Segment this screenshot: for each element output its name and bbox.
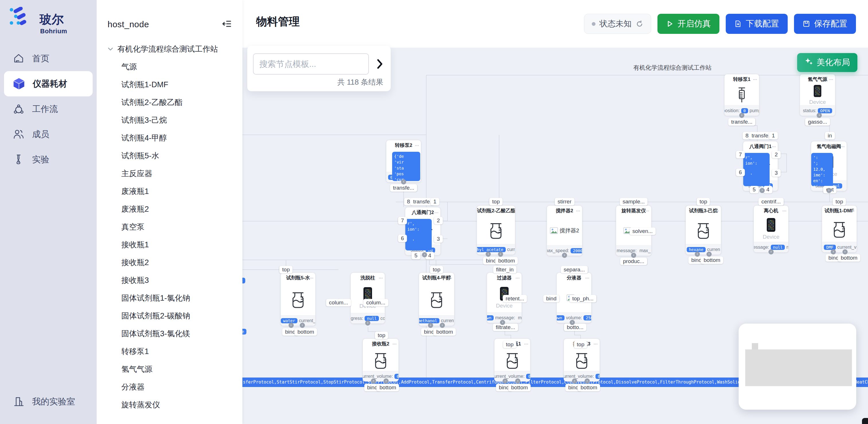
tree-item-3[interactable]: 试剂瓶3-己烷 [97, 111, 242, 129]
node-menu-icon[interactable]: ••• [593, 339, 598, 349]
node-menu-icon[interactable]: ••• [715, 206, 719, 216]
port-handle-icon[interactable] [695, 251, 700, 257]
port-handle-icon[interactable] [769, 249, 774, 254]
node-menu-icon[interactable]: ••• [415, 140, 419, 151]
port-handle-icon[interactable] [631, 253, 636, 258]
tree-root-workstation[interactable]: 有机化学流程综合测试工作站 [97, 40, 242, 58]
tree-item-2[interactable]: 试剂瓶2-乙酸乙酯 [97, 93, 242, 111]
sidebar-item-3[interactable]: 成员 [0, 122, 97, 147]
node-menu-icon[interactable]: ••• [585, 273, 589, 283]
node-menu-icon[interactable]: ••• [850, 206, 855, 216]
node-menu-icon[interactable]: ••• [782, 206, 786, 216]
tree-item-16[interactable]: 转移泵1 [97, 342, 242, 360]
canvas-node-valve1[interactable]: 八通阀门1••• status:Idr', ion': ' [743, 141, 778, 191]
node-param-label: current_volume: [363, 374, 393, 379]
tree-item-6[interactable]: 主反应器 [97, 165, 242, 182]
port-handle-icon[interactable] [440, 323, 445, 328]
node-menu-icon[interactable]: ••• [434, 207, 439, 218]
canvas-node-column[interactable]: 洗脱柱••• Device rogress:nullcolu [350, 273, 385, 324]
node-menu-icon[interactable]: ••• [840, 142, 845, 152]
start-simulation-button[interactable]: 开启仿真 [657, 14, 719, 34]
node-menu-icon[interactable]: ••• [509, 206, 513, 216]
save-config-button[interactable]: 保存配置 [794, 14, 856, 34]
port-handle-icon[interactable] [515, 378, 520, 384]
tree-item-9[interactable]: 真空泵 [97, 218, 242, 236]
tree-item-0[interactable]: 气源 [97, 58, 242, 76]
node-menu-icon[interactable]: ••• [393, 339, 397, 349]
port-handle-icon[interactable] [707, 251, 712, 257]
canvas-node-pump1[interactable]: 转移泵1••• position:0pump [724, 74, 759, 116]
canvas-node-bottle1[interactable]: 试剂瓶1-DMF••• e:DMFcurrent_vol [822, 205, 857, 252]
port-handle-icon[interactable] [572, 378, 577, 384]
node-menu-icon[interactable]: ••• [379, 273, 383, 283]
node-menu-icon[interactable]: ••• [772, 142, 776, 152]
minimap-viewport[interactable] [745, 350, 852, 386]
tree-item-19[interactable]: 旋转蒸发仪 [97, 396, 242, 414]
port-handle-icon[interactable] [428, 323, 433, 328]
port-handle-icon[interactable] [739, 113, 744, 118]
canvas-node-bottle3[interactable]: 试剂瓶3-己烷••• hexanecurren [686, 205, 721, 255]
port-handle-icon[interactable] [585, 378, 590, 384]
node-param-label: pump [749, 108, 759, 113]
node-menu-icon[interactable]: ••• [753, 74, 757, 85]
port-handle-icon[interactable] [365, 321, 370, 326]
sidebar-item-1[interactable]: 仪器耗材 [4, 71, 93, 96]
port-handle-icon[interactable] [288, 323, 294, 328]
tree-item-8[interactable]: 废液瓶2 [97, 200, 242, 218]
node-menu-icon[interactable]: ••• [645, 206, 649, 216]
sidebar-item-0[interactable]: 首页 [0, 46, 97, 71]
port-handle-icon[interactable] [371, 378, 376, 384]
tree-item-4[interactable]: 试剂瓶4-甲醇 [97, 129, 242, 147]
canvas-node-h2src[interactable]: 氢气气源••• Device status:OPEN [800, 74, 835, 116]
canvas-node-bottle2[interactable]: 试剂瓶2-乙酸乙酯••• hyl_acetatecurre [477, 205, 515, 255]
node-menu-icon[interactable]: ••• [516, 273, 520, 283]
node-menu-icon[interactable]: ••• [309, 273, 313, 283]
port-handle-icon[interactable] [383, 378, 389, 384]
port-handle-icon[interactable] [760, 188, 765, 193]
port-handle-icon[interactable] [401, 179, 406, 184]
tree-item-14[interactable]: 固体试剂瓶2-碳酸钠 [97, 307, 242, 325]
port-handle-icon[interactable] [562, 253, 567, 258]
canvas-node-centrifuge[interactable]: 离心机••• Device message:nullma [753, 205, 788, 252]
canvas-node-bottle5[interactable]: 试剂瓶5-水••• :watercurrent_v [281, 273, 315, 326]
canvas-node-pump2[interactable]: 转移泵2••• 0pump_info:{'de 'vir 'sta 'pos '… [386, 140, 421, 182]
port-handle-icon[interactable] [300, 323, 305, 328]
beautify-layout-button[interactable]: 美化布局 [797, 53, 858, 72]
canvas-node-valve2[interactable]: 八通阀门2••• status:nur', ion': ' [405, 207, 441, 255]
sidebar-item-4[interactable]: 实验 [0, 147, 97, 172]
search-input[interactable] [253, 53, 369, 74]
port-handle-icon[interactable] [827, 188, 832, 193]
node-menu-icon[interactable]: ••• [524, 339, 528, 349]
node-menu-icon[interactable]: ••• [576, 206, 580, 216]
canvas-node-stirrer2[interactable]: 搅拌器2••• 搅拌器2 max_speed:2000 [547, 205, 582, 256]
minimap[interactable] [739, 324, 856, 410]
search-submit-chevron-icon[interactable] [374, 59, 385, 70]
collapse-panel-icon[interactable] [221, 18, 232, 30]
tree-item-15[interactable]: 固体试剂瓶3-氯化镁 [97, 325, 242, 342]
canvas-node-bottle4[interactable]: 试剂瓶4-甲醇••• methanolcurrent_ [419, 273, 454, 326]
tree-item-11[interactable]: 接收瓶2 [97, 253, 242, 271]
tree-item-13[interactable]: 固体试剂瓶1-氯化钠 [97, 289, 242, 307]
download-config-button[interactable]: 下载配置 [726, 14, 788, 34]
port-handle-icon[interactable] [570, 320, 575, 325]
bohrium-logo-icon [9, 7, 27, 26]
canvas-node-recv2[interactable]: 接收瓶2••• current_volume:0 [363, 338, 399, 382]
port-handle-icon[interactable] [502, 378, 508, 384]
bohrium-logo[interactable]: 玻尔 Bohrium [9, 7, 89, 34]
tree-item-10[interactable]: 接收瓶1 [97, 236, 242, 253]
sidebar-item-2[interactable]: 工作流 [0, 96, 97, 122]
tree-item-17[interactable]: 氢气气源 [97, 360, 242, 378]
tree-item-18[interactable]: 分液器 [97, 378, 242, 396]
canvas-node-h2valve[interactable]: 氢气电磁阀••• Device status:nul': '; 12.0, im… [811, 141, 847, 191]
tree-item-1[interactable]: 试剂瓶1-DMF [97, 76, 242, 93]
tree-item-12[interactable]: 接收瓶3 [97, 271, 242, 289]
sidebar-item-my-lab[interactable]: 我的实验室 [0, 389, 97, 414]
tree-item-5[interactable]: 试剂瓶5-水 [97, 147, 242, 165]
port-handle-icon[interactable] [500, 320, 505, 325]
port-handle-icon[interactable] [498, 251, 503, 257]
node-menu-icon[interactable]: ••• [829, 74, 833, 85]
port-handle-icon[interactable] [842, 249, 848, 254]
tree-item-7[interactable]: 废液瓶1 [97, 182, 242, 200]
node-menu-icon[interactable]: ••• [448, 273, 452, 283]
refresh-icon[interactable] [636, 20, 643, 28]
